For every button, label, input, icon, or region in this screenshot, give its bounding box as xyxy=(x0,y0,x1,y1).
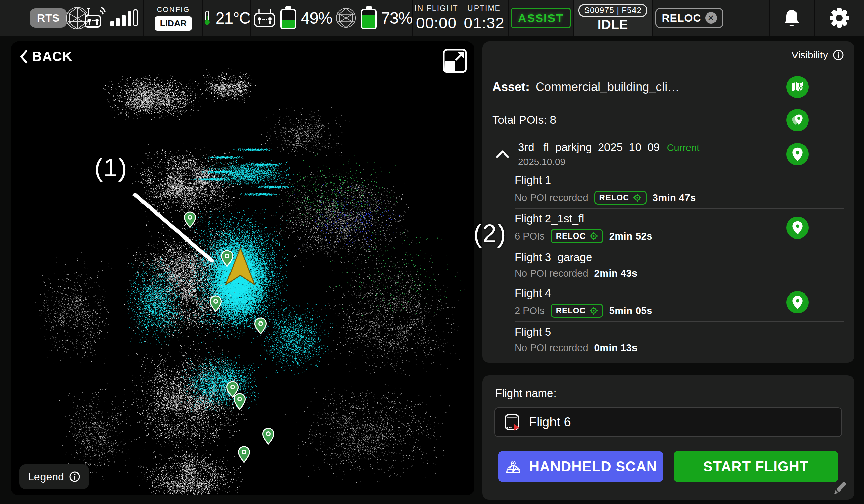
in-flight-value: 00:00 xyxy=(416,14,457,32)
legend-label: Legend xyxy=(28,471,64,483)
controller-battery-section: 49% xyxy=(250,0,335,36)
pointcloud-viewport[interactable]: BACK (1) Legend xyxy=(11,41,474,495)
flight-row[interactable]: Flight 4 2 POIs RELOC 5min 05s xyxy=(515,283,844,321)
flight-duration: 0min 13s xyxy=(594,342,637,354)
bell-icon[interactable] xyxy=(783,8,801,28)
flight-duration: 2min 52s xyxy=(609,231,652,242)
poi-pin-marker[interactable] xyxy=(209,295,223,312)
chevron-up-icon[interactable] xyxy=(496,150,509,158)
pin-icon xyxy=(791,147,804,162)
rts-badge: RTS xyxy=(30,9,67,28)
action-buttons: HANDHELD SCAN START FLIGHT xyxy=(499,451,838,482)
rts-status-section: RTS xyxy=(0,0,143,36)
poi-pin-marker[interactable] xyxy=(183,211,197,228)
reloc-dismiss-icon[interactable]: ✕ xyxy=(705,12,717,24)
fullscreen-expand-icon[interactable] xyxy=(443,48,467,73)
session-header[interactable]: 3rd _fl_parkjng_2025_10_09 Current 2025.… xyxy=(492,135,844,170)
flight-row-main: Flight 1 No POI recorded RELOC 3min 47s xyxy=(515,174,696,205)
flight-name: Flight 1 xyxy=(515,174,696,186)
flight-form-panel: Flight name: Flight 6 xyxy=(482,376,854,500)
flight-name: Flight 4 xyxy=(515,287,652,299)
gear-icon[interactable] xyxy=(829,8,850,28)
reloc-target-icon xyxy=(589,232,598,241)
annotation-2: (2) xyxy=(473,219,507,248)
multi-pin-icon xyxy=(790,113,805,127)
topbar-spacer xyxy=(725,0,769,36)
notifications-section xyxy=(769,0,814,36)
lidar-config-badge: LIDAR xyxy=(155,16,192,31)
session-pin-button[interactable] xyxy=(787,143,809,165)
asset-row: Asset: Commercial_building_cli… xyxy=(492,69,844,106)
flight-duration: 5min 05s xyxy=(609,305,652,317)
info-icon[interactable] xyxy=(832,49,844,61)
thermometer-icon xyxy=(203,8,211,28)
handheld-scan-button[interactable]: HANDHELD SCAN xyxy=(499,451,663,482)
annotation-1: (1) xyxy=(94,153,128,182)
flight-pin-button[interactable] xyxy=(787,291,809,314)
reloc-target-icon xyxy=(589,306,598,315)
lidar-battery-section: 73% xyxy=(335,0,412,36)
pointcloud-overlay xyxy=(11,41,474,495)
app-root: RTS xyxy=(0,0,864,504)
reloc-badge: RELOC xyxy=(551,229,603,243)
info-icon xyxy=(69,471,80,482)
start-flight-button[interactable]: START FLIGHT xyxy=(674,451,838,482)
config-section[interactable]: CONFIG LIDAR xyxy=(143,0,203,36)
flight-row-main: Flight 4 2 POIs RELOC 5min 05s xyxy=(515,287,652,318)
reloc-chip-label: RELOC xyxy=(662,12,701,24)
flight-name: Flight 2_1st_fl xyxy=(515,212,652,225)
flight-list: Flight 1 No POI recorded RELOC 3min 47s xyxy=(492,170,844,357)
reloc-badge: RELOC xyxy=(551,304,603,318)
controller-battery-fill xyxy=(282,20,295,28)
reloc-section: RELOC ✕ xyxy=(652,0,725,36)
legend-button[interactable]: Legend xyxy=(19,464,89,489)
temperature-value: 21°C xyxy=(216,9,250,27)
in-flight-section: IN FLIGHT 00:00 xyxy=(412,0,460,36)
edit-pencil-icon[interactable] xyxy=(831,479,850,497)
flight-row-main: Flight 2_1st_fl 6 POIs RELOC 2min 52s xyxy=(515,212,652,243)
flight-row[interactable]: Flight 2_1st_fl 6 POIs RELOC 2min 52s xyxy=(515,208,844,247)
session-date: 2025.10.09 xyxy=(518,157,699,167)
lidar-battery-icon xyxy=(361,7,376,29)
flight-duration: 3min 47s xyxy=(653,192,696,204)
assist-badge[interactable]: ASSIST xyxy=(511,8,571,28)
handheld-scanner-icon xyxy=(504,457,523,476)
controller-battery-value: 49% xyxy=(301,9,332,27)
flight-row[interactable]: Flight 3_garage No POI recorded RELOC 2m… xyxy=(515,247,844,283)
visibility-row[interactable]: Visibility xyxy=(492,41,844,69)
flight-row[interactable]: Flight 5 No POI recorded RELOC 0min 13s xyxy=(515,321,844,357)
in-flight-label: IN FLIGHT xyxy=(415,4,458,13)
uptime-value: 01:32 xyxy=(464,14,504,32)
flight-name-input[interactable]: Flight 6 xyxy=(494,407,842,437)
back-button[interactable]: BACK xyxy=(19,49,73,64)
flight-name: Flight 5 xyxy=(515,325,637,339)
asset-label: Asset: xyxy=(492,80,529,94)
mission-panel: Visibility Asset: Commercial_building_cl… xyxy=(482,41,854,362)
flight-poi-text: 6 POIs xyxy=(515,231,545,242)
total-pois-button[interactable] xyxy=(787,109,809,131)
flight-pin-button[interactable] xyxy=(787,217,809,239)
drone-status-section: S00975 | F542 IDLE xyxy=(573,0,652,36)
flight-poi-text: 2 POIs xyxy=(515,305,545,317)
lidar-dome-icon xyxy=(335,7,357,29)
flight-row[interactable]: Flight 1 No POI recorded RELOC 3min 47s xyxy=(515,170,844,208)
poi-pin-marker[interactable] xyxy=(237,446,251,463)
settings-section xyxy=(814,0,864,36)
asset-map-button[interactable] xyxy=(787,76,809,98)
flight-record-icon xyxy=(504,413,521,431)
poi-pin-marker[interactable] xyxy=(233,393,247,410)
reloc-chip[interactable]: RELOC ✕ xyxy=(656,8,723,28)
poi-pin-marker[interactable] xyxy=(262,428,275,445)
config-label: CONFIG xyxy=(157,5,190,14)
lidar-link-icon xyxy=(64,3,106,33)
flight-poi-text: No POI recorded xyxy=(515,342,588,354)
reloc-badge-label: RELOC xyxy=(599,193,629,202)
flight-name-value: Flight 6 xyxy=(529,415,571,429)
total-pois-row: Total POIs: 8 xyxy=(492,106,844,135)
poi-pin-marker[interactable] xyxy=(254,318,267,334)
flight-poi-text: No POI recorded xyxy=(515,268,588,279)
map-icon xyxy=(790,80,805,94)
signal-strength-icon xyxy=(110,10,138,26)
drone-state: IDLE xyxy=(598,17,628,32)
session-current-tag: Current xyxy=(667,143,700,153)
